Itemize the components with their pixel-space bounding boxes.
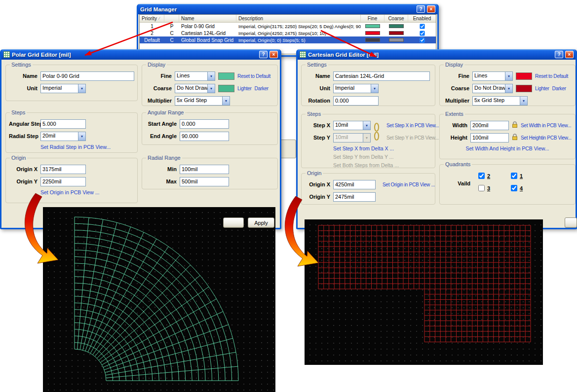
radial-range-group-label: Radial Range [146, 155, 182, 161]
column-header-enabled[interactable]: Enabled [408, 15, 436, 22]
column-header-description[interactable]: Description [236, 15, 361, 22]
fine-color-swatch[interactable] [365, 31, 380, 35]
chevron-down-icon[interactable]: ▼ [363, 121, 370, 130]
name-input[interactable] [40, 71, 134, 81]
width-input[interactable] [470, 121, 509, 130]
chevron-down-icon[interactable]: ▼ [207, 72, 215, 80]
reset-to-default-link[interactable]: Reset to Default [535, 73, 568, 79]
chevron-down-icon[interactable]: ▼ [207, 84, 215, 93]
chevron-down-icon[interactable]: ▼ [371, 84, 378, 93]
chevron-down-icon[interactable]: ▼ [520, 97, 527, 105]
origin-y-input[interactable] [333, 192, 376, 202]
multiplier-select[interactable]: 5x Grid Step▼ [472, 96, 528, 106]
chain-link-icon[interactable] [374, 121, 380, 145]
column-header-type[interactable] [164, 15, 179, 22]
fine-color-swatch[interactable] [365, 38, 380, 42]
rotation-input[interactable] [333, 96, 379, 106]
obscured-button[interactable] [223, 217, 244, 228]
coarse-mode-select[interactable]: Do Not Draw▼ [175, 84, 215, 93]
set-radial-step-link[interactable]: Set Radial Step in PCB View... [40, 144, 111, 150]
lock-icon[interactable] [512, 133, 518, 143]
apply-button[interactable]: Apply [248, 217, 274, 228]
checkbox[interactable] [478, 173, 485, 179]
max-input[interactable] [180, 177, 229, 186]
fine-color-swatch[interactable] [516, 72, 532, 80]
set-origin-link[interactable]: Set Origin in PCB View ... [40, 189, 99, 195]
grid-row-default[interactable]: Default C Global Board Snap Grid Imperia… [140, 36, 436, 43]
checkbox[interactable] [511, 185, 517, 191]
chevron-down-icon[interactable]: ▼ [78, 132, 85, 141]
column-header-name[interactable]: Name [179, 15, 236, 22]
column-header-priority[interactable]: Priority∕ [140, 15, 164, 22]
help-button[interactable]: ? [417, 5, 425, 13]
quadrant-3-checkbox[interactable]: 3 [478, 185, 511, 191]
set-width-height-link[interactable]: Set Width And Height in PCB View... [465, 145, 549, 151]
darker-link[interactable]: Darker [552, 86, 566, 91]
set-origin-link[interactable]: Set Origin in PCB View ... [383, 182, 435, 187]
lighter-link[interactable]: Lighter [535, 86, 549, 91]
description-cell: Imperial, Origin(3175; 2250) Steps(20; 5… [236, 23, 361, 30]
fine-color-swatch[interactable] [365, 24, 380, 28]
cartesian-editor-titlebar[interactable]: Cartesian Grid Editor [mil] ? × [298, 49, 576, 60]
radial-step-select[interactable]: 20mil▼ [40, 132, 86, 141]
multiplier-value: 5x Grid Step [473, 97, 520, 105]
chevron-down-icon[interactable]: ▼ [505, 72, 512, 80]
enabled-checkbox[interactable] [420, 31, 424, 36]
column-header-fine[interactable]: Fine [361, 15, 385, 22]
coarse-color-swatch[interactable] [389, 31, 404, 35]
checkbox[interactable] [511, 173, 517, 179]
origin-x-input[interactable] [333, 180, 376, 189]
max-label: Max [145, 178, 177, 184]
fine-mode-select[interactable]: Lines▼ [175, 71, 215, 81]
origin-y-input[interactable] [40, 177, 86, 186]
set-step-x-from-delta-link[interactable]: Set Step X from Delta X ... [333, 145, 394, 151]
step-y-value: 10mil [334, 134, 363, 142]
min-input[interactable] [180, 165, 229, 174]
coarse-mode-select[interactable]: Do Not Draw▼ [472, 84, 513, 93]
unit-select[interactable]: Imperial▼ [333, 84, 379, 93]
step-x-select[interactable]: 10mil▼ [333, 121, 371, 130]
lighter-link[interactable]: Lighter [237, 86, 251, 91]
multiplier-select[interactable]: 5x Grid Step▼ [175, 96, 230, 106]
enabled-checkbox[interactable] [420, 24, 424, 29]
set-width-link[interactable]: Set Width in PCB View... [521, 123, 571, 128]
lock-icon[interactable] [512, 121, 518, 130]
grid-row-cartesian[interactable]: 2 C Cartesian 124L-Grid Imperial, Origin… [140, 30, 436, 36]
quadrant-4-checkbox[interactable]: 4 [511, 185, 543, 191]
close-button[interactable]: × [565, 51, 574, 58]
height-input[interactable] [470, 133, 509, 143]
origin-x-input[interactable] [40, 165, 86, 174]
angular-step-input[interactable] [40, 119, 86, 129]
fine-color-swatch[interactable] [218, 72, 234, 80]
set-step-x-link[interactable]: Set Step X in PCB View... [386, 123, 439, 128]
column-header-coarse[interactable]: Coarse [385, 15, 408, 22]
close-button[interactable]: × [269, 51, 278, 58]
enabled-checkbox[interactable] [420, 37, 424, 42]
polar-editor-titlebar[interactable]: Polar Grid Editor [mil] ? × [1, 49, 280, 60]
quadrant-2-checkbox[interactable]: 2 [478, 173, 511, 179]
unit-select[interactable]: Imperial▼ [40, 84, 86, 93]
chevron-down-icon[interactable]: ▼ [78, 84, 85, 93]
grid-manager-titlebar[interactable]: Grid Manager ? × [138, 4, 437, 14]
reset-to-default-link[interactable]: Reset to Default [237, 73, 270, 79]
chevron-down-icon[interactable]: ▼ [222, 97, 230, 105]
end-angle-input[interactable] [180, 132, 229, 141]
chevron-down-icon[interactable]: ▼ [505, 84, 512, 93]
quadrant-1-checkbox[interactable]: 1 [511, 173, 543, 179]
coarse-color-swatch[interactable] [516, 85, 532, 92]
grid-row-polar[interactable]: 1 P Polar 0-90 Grid Imperial, Origin(317… [140, 23, 436, 30]
checkbox[interactable] [478, 185, 485, 191]
angular-range-group-label: Angular Range [146, 109, 185, 115]
coarse-color-swatch[interactable] [218, 85, 234, 92]
fine-mode-select[interactable]: Lines▼ [472, 71, 513, 81]
coarse-color-swatch[interactable] [389, 38, 404, 42]
obscured-button-cartesian[interactable] [565, 217, 577, 228]
close-button[interactable]: × [427, 5, 435, 13]
help-button[interactable]: ? [555, 51, 563, 58]
coarse-color-swatch[interactable] [389, 24, 404, 28]
darker-link[interactable]: Darker [254, 86, 268, 91]
name-input[interactable] [333, 71, 430, 81]
help-button[interactable]: ? [259, 51, 268, 58]
start-angle-input[interactable] [180, 119, 229, 129]
set-height-link[interactable]: Set Heightin PCB View... [521, 135, 572, 141]
